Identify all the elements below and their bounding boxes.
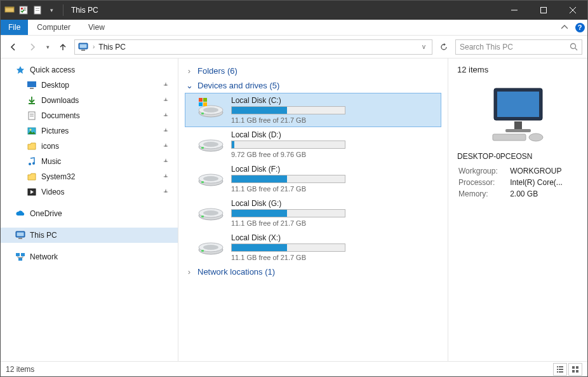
nav-up-button[interactable]: [55, 39, 70, 55]
tab-view[interactable]: View: [79, 20, 114, 35]
pin-icon: [163, 143, 169, 149]
sidebar-pinned-item[interactable]: Downloads: [1, 93, 178, 108]
qat-dropdown-icon[interactable]: ▾: [46, 5, 57, 15]
sidebar-item-label: Documents: [41, 111, 80, 120]
folder-icon: [26, 141, 37, 152]
drive-free-text: 11.1 GB free of 21.7 GB: [231, 217, 358, 227]
drive-item[interactable]: Local Disk (C:)11.1 GB free of 21.7 GB: [185, 93, 441, 127]
sidebar-item-label: Quick access: [30, 65, 75, 74]
group-label: Folders (6): [197, 66, 237, 76]
svg-point-16: [570, 44, 575, 49]
sidebar-item-label: System32: [41, 172, 75, 181]
sidebar-item-label: Network: [30, 252, 58, 261]
this-pc-icon: [77, 41, 89, 53]
details-value: 2.00 GB: [510, 189, 577, 199]
group-devices-header[interactable]: ⌄ Devices and drives (5): [185, 78, 441, 93]
qat-new-folder-icon[interactable]: [32, 5, 43, 15]
details-row: Processor:Intel(R) Core(...: [458, 177, 577, 188]
search-box[interactable]: [455, 39, 582, 55]
drive-free-text: 11.1 GB free of 21.7 GB: [231, 114, 358, 124]
drive-info: Local Disk (D:)9.72 GB free of 9.76 GB: [231, 130, 358, 158]
minimize-button[interactable]: [500, 1, 529, 20]
search-input[interactable]: [456, 43, 565, 51]
drive-usage-bar: [231, 175, 345, 183]
pin-icon: [163, 189, 169, 195]
address-dropdown[interactable]: v: [418, 43, 429, 50]
qat-properties-icon[interactable]: [18, 5, 29, 15]
app-icon: [4, 5, 15, 15]
svg-rect-10: [541, 8, 547, 13]
sidebar-pinned-item[interactable]: Pictures: [1, 123, 178, 139]
sidebar-onedrive[interactable]: OneDrive: [1, 206, 178, 221]
breadcrumb[interactable]: This PC: [98, 43, 415, 51]
drive-item[interactable]: Local Disk (D:)9.72 GB free of 9.76 GB: [185, 127, 441, 161]
search-icon[interactable]: [565, 43, 582, 51]
drive-item[interactable]: Local Disk (F:)11.1 GB free of 21.7 GB: [185, 161, 441, 196]
sidebar-item-label: Desktop: [41, 81, 69, 90]
sidebar-pinned-item[interactable]: Music: [1, 154, 178, 169]
view-details-button[interactable]: [553, 363, 567, 376]
details-value: WORKGROUP: [510, 166, 577, 176]
details-table: Workgroup:WORKGROUPProcessor:Intel(R) Co…: [457, 165, 578, 200]
pictures-icon: [26, 125, 37, 137]
close-button[interactable]: [558, 1, 587, 20]
drive-item[interactable]: Local Disk (G:)11.1 GB free of 21.7 GB: [185, 196, 441, 230]
drive-item[interactable]: Local Disk (X:)11.1 GB free of 21.7 GB: [185, 230, 441, 264]
svg-rect-74: [576, 370, 578, 373]
sidebar-this-pc[interactable]: This PC: [1, 228, 178, 243]
svg-rect-20: [29, 103, 35, 104]
svg-rect-42: [203, 102, 207, 106]
sidebar-pinned-item[interactable]: Desktop: [1, 78, 178, 93]
refresh-button[interactable]: [436, 39, 451, 55]
sidebar-network[interactable]: Network: [1, 249, 178, 264]
status-text: 12 items: [6, 365, 34, 374]
drive-free-text: 11.1 GB free of 21.7 GB: [231, 183, 358, 193]
main-pane: › Folders (6) ⌄ Devices and drives (5) L…: [178, 58, 448, 361]
drive-icon: [197, 199, 225, 222]
drive-name: Local Disk (G:): [231, 199, 358, 209]
svg-line-17: [575, 48, 577, 51]
nav-pane: Quick access DesktopDownloadsDocumentsPi…: [1, 58, 178, 361]
svg-rect-46: [201, 147, 204, 149]
documents-icon: [26, 110, 37, 121]
help-icon: ?: [575, 23, 585, 32]
onedrive-icon: [15, 208, 26, 219]
svg-rect-68: [559, 369, 563, 370]
sidebar-pinned-item[interactable]: Documents: [1, 108, 178, 123]
group-network-header[interactable]: › Network locations (1): [185, 264, 441, 279]
sidebar-pinned-item[interactable]: icons: [1, 139, 178, 154]
maximize-button[interactable]: [529, 1, 558, 20]
nav-forward-button[interactable]: [25, 39, 40, 55]
chevron-right-icon: ›: [93, 43, 95, 50]
details-item-count: 12 items: [457, 65, 578, 79]
nav-back-button[interactable]: [6, 39, 21, 55]
group-folders-header[interactable]: › Folders (6): [185, 64, 441, 78]
pin-icon: [163, 82, 169, 88]
group-label: Devices and drives (5): [197, 81, 279, 90]
svg-rect-14: [80, 44, 87, 48]
svg-rect-23: [30, 116, 34, 116]
svg-point-25: [30, 129, 32, 131]
view-large-icons-button[interactable]: [568, 363, 582, 376]
folder-icon: [26, 171, 37, 182]
svg-rect-18: [27, 81, 36, 87]
nav-recent-dropdown[interactable]: ▾: [44, 39, 51, 55]
help-button[interactable]: ?: [572, 20, 587, 35]
file-menu[interactable]: File: [1, 20, 28, 35]
sidebar-pinned-item[interactable]: Videos: [1, 184, 178, 200]
drive-name: Local Disk (D:): [231, 130, 358, 141]
svg-rect-67: [557, 369, 558, 370]
file-label: File: [8, 23, 20, 32]
address-bar[interactable]: › This PC v: [74, 39, 432, 55]
chevron-right-icon: ›: [185, 267, 194, 277]
pin-icon: [163, 97, 169, 104]
sidebar-pinned-item[interactable]: System32: [1, 169, 178, 184]
ribbon-collapse-button[interactable]: [557, 20, 572, 35]
sidebar-quick-access[interactable]: Quick access: [1, 62, 178, 78]
details-row: Memory:2.00 GB: [458, 189, 577, 199]
tab-computer[interactable]: Computer: [28, 20, 79, 35]
svg-point-37: [203, 107, 218, 113]
drive-icon: [197, 96, 225, 119]
chevron-down-icon: ⌄: [185, 81, 194, 90]
status-bar: 12 items: [1, 361, 587, 376]
